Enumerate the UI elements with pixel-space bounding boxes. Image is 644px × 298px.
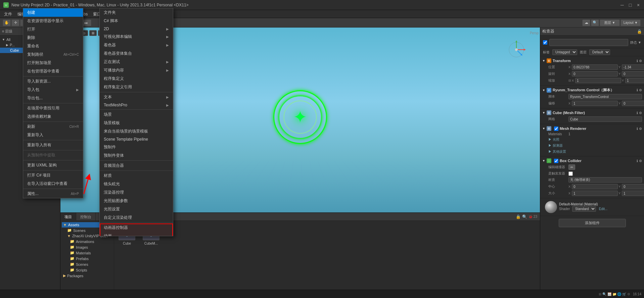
layout-preset[interactable]: Layout ▼	[620, 19, 641, 26]
close-button[interactable]: ×	[636, 3, 641, 7]
hand-tool[interactable]: ✋	[3, 19, 11, 26]
edit-collider-btn[interactable]: ✏	[568, 164, 575, 170]
ctx-copy-path[interactable]: 复制路径Alt+Ctrl+C	[23, 50, 83, 59]
create-testing[interactable]: 正在测试 ▶	[100, 58, 173, 66]
folder-animations[interactable]: 📁 Animations	[62, 239, 112, 244]
move-tool[interactable]: ✛	[11, 19, 19, 26]
create-assembly-def[interactable]: 程序集定义	[100, 74, 173, 83]
size-x[interactable]	[572, 191, 618, 196]
rotation-x[interactable]	[572, 71, 618, 77]
meshrenderer-info[interactable]: ℹ ⚙	[637, 127, 642, 131]
ctx-rename[interactable]: 重命名	[23, 42, 83, 50]
ctx-open-additive[interactable]: 打开附加场景	[23, 59, 83, 67]
folder-packages[interactable]: ▶ Packages	[62, 273, 112, 279]
folder-materials[interactable]: 📁 Materials	[62, 250, 112, 256]
ctx-delete[interactable]: 删除	[23, 34, 83, 42]
create-material[interactable]: 材质	[100, 171, 173, 180]
phys-mat-value[interactable]	[568, 177, 642, 183]
tab-console[interactable]: 控制台	[76, 213, 96, 221]
boxcollider-header[interactable]: ▼ □ Box Collider ℹ ⚙	[542, 158, 642, 164]
layout-button[interactable]: 图层 ▼	[600, 19, 620, 26]
meshrenderer-header[interactable]: ▼ ⊞ Mesh Renderer ℹ ⚙	[542, 126, 642, 132]
search-button[interactable]: 🔍	[591, 19, 599, 26]
folder-scripts[interactable]: 📁 Scripts	[62, 267, 112, 273]
object-name-input[interactable]: Cube	[549, 39, 628, 46]
ctx-reimport-all[interactable]: 重新导入所有	[23, 141, 83, 149]
create-visual-scripting[interactable]: 可视化脚本编辑 ▶	[100, 33, 173, 41]
offset-x[interactable]	[572, 101, 618, 106]
size-y[interactable]	[622, 191, 644, 196]
create-lightmap-params[interactable]: 光照贴图参数	[100, 197, 173, 205]
scale-x[interactable]	[575, 78, 621, 83]
create-audio-mixer[interactable]: 音频混合器	[100, 161, 173, 170]
ctx-find-refs[interactable]: 在场景中查找引用	[23, 104, 83, 112]
ctx-select-deps[interactable]: 选择依赖对象	[23, 112, 83, 121]
rotation-y[interactable]	[622, 71, 644, 77]
boxcollider-checkbox[interactable]	[554, 159, 558, 163]
create-prefab-variant[interactable]: 预制件变体	[100, 151, 173, 160]
tab-project[interactable]: 项目	[60, 213, 76, 221]
meshfilter-header[interactable]: ▼ ⊞ Cube (Mesh Filter) ℹ ⚙	[542, 110, 642, 116]
ctx-create[interactable]: 创建	[23, 8, 83, 17]
edit-shader-btn[interactable]: Edit...	[599, 207, 608, 211]
ctx-export-pkg[interactable]: 导出包...	[23, 94, 83, 102]
layer-select[interactable]: Default	[589, 49, 610, 55]
ctx-import-new[interactable]: 导入新资源...	[23, 77, 83, 86]
create-lighting-settings[interactable]: 光照设置	[100, 205, 173, 213]
folder-scenes2[interactable]: 📁 Scenes	[62, 261, 112, 267]
create-scene-pipeline[interactable]: Scene Template Pipeline	[100, 136, 173, 143]
folder-images[interactable]: 📁 Images	[62, 244, 112, 250]
ctx-show-explorer[interactable]: 在资源管理器中显示	[23, 17, 83, 25]
scale-y[interactable]	[625, 78, 644, 83]
create-folder[interactable]: 文件夹	[100, 8, 173, 17]
folder-prefabs[interactable]: 📁 Prefabs	[62, 256, 112, 261]
create-scene-from-current[interactable]: 来自当前场景的场景模板	[100, 127, 173, 136]
create-render-texture[interactable]: 渲染器控理	[100, 188, 173, 197]
cloud-button[interactable]: ☁	[582, 19, 590, 26]
ryunm-header[interactable]: ▼ # Ryunm_Transform Control（脚本） ℹ ⚙	[542, 87, 642, 93]
create-shader[interactable]: 着色器 ▶	[100, 41, 173, 49]
maximize-button[interactable]: □	[628, 3, 633, 7]
create-shader-variant[interactable]: 着色器变体集合	[100, 49, 173, 58]
create-scene-template[interactable]: 场景模板	[100, 119, 173, 127]
create-lens-flare[interactable]: 镜头眩光	[100, 180, 173, 188]
menu-file[interactable]: 文件	[1, 10, 15, 18]
static-label[interactable]: 静态 ▼	[630, 40, 641, 45]
inspector-lock[interactable]: 🔒	[637, 29, 642, 34]
ctx-view-pkg[interactable]: 在包管理器中查看	[23, 67, 83, 76]
ctx-view-import[interactable]: 在导入活动窗口中查看	[23, 180, 83, 188]
meshrenderer-checkbox[interactable]	[554, 127, 558, 131]
ctx-import-pkg[interactable]: 导入包 ▶	[23, 86, 83, 94]
ryunm-info[interactable]: ℹ ⚙	[637, 88, 642, 92]
ctx-update-uxml[interactable]: 更新 UXML 架构	[23, 161, 83, 169]
create-playable[interactable]: 可播放内容 ▶	[100, 66, 173, 74]
scene-btn-fx[interactable]: ⊞	[89, 30, 97, 36]
create-animation[interactable]: 动画	[100, 232, 173, 236]
center-x[interactable]	[572, 184, 618, 189]
ctx-open[interactable]: 打开	[23, 25, 83, 34]
create-csharp[interactable]: C# 脚本	[100, 17, 173, 25]
transform-info[interactable]: ℹ ⚙	[637, 59, 642, 63]
script-value[interactable]	[568, 94, 642, 99]
ctx-properties[interactable]: 属性...Alt+P	[23, 190, 83, 198]
offset-y[interactable]	[622, 101, 644, 106]
ctx-open-csharp[interactable]: 打开 C# 项目	[23, 171, 83, 180]
object-enabled-checkbox[interactable]	[543, 40, 547, 45]
bottom-lock[interactable]: 🔒	[516, 214, 521, 219]
transform-header[interactable]: ▼ ⊞ Transform ℹ ⚙	[542, 58, 642, 64]
bottom-search[interactable]: 🔍	[522, 214, 527, 219]
tag-select[interactable]: Untagged	[552, 49, 577, 55]
create-assembly-ref[interactable]: 程序集定义引用	[100, 83, 173, 91]
position-y[interactable]	[622, 64, 644, 70]
create-prefab[interactable]: 预制件	[100, 143, 173, 151]
create-custom-render[interactable]: 自定义渲染处理	[100, 213, 173, 222]
create-tmp[interactable]: TextMeshPro ▶	[100, 101, 173, 109]
create-2d[interactable]: 2D ▶	[100, 25, 173, 33]
ctx-refresh[interactable]: 刷新Ctrl+R	[23, 122, 83, 131]
meshfilter-info[interactable]: ℹ ⚙	[637, 111, 642, 115]
mesh-value[interactable]	[568, 116, 642, 122]
shader-select[interactable]: Standard	[572, 206, 596, 212]
position-x[interactable]	[572, 64, 618, 70]
add-component-button[interactable]: 添加组件	[559, 219, 626, 227]
create-text[interactable]: 文本 ▶	[100, 93, 173, 101]
